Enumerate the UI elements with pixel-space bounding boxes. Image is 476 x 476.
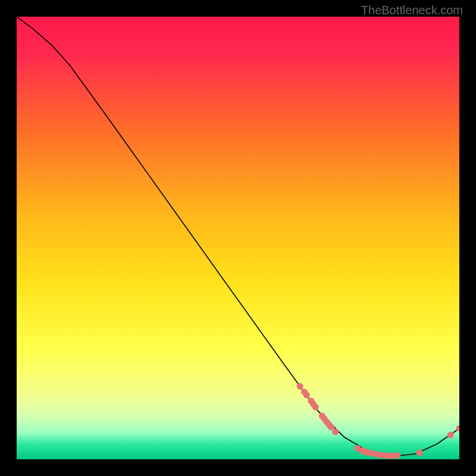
data-point bbox=[416, 449, 423, 456]
data-point bbox=[328, 424, 334, 430]
plot-area bbox=[17, 17, 459, 459]
data-point bbox=[447, 432, 454, 439]
chart-container: TheBottleneck.com bbox=[0, 0, 476, 476]
data-point bbox=[394, 452, 400, 459]
data-point bbox=[297, 383, 303, 390]
data-point bbox=[312, 404, 319, 411]
data-point bbox=[303, 392, 310, 399]
chart-svg bbox=[17, 17, 459, 459]
data-point bbox=[332, 428, 339, 435]
watermark-text: TheBottleneck.com bbox=[361, 4, 463, 17]
